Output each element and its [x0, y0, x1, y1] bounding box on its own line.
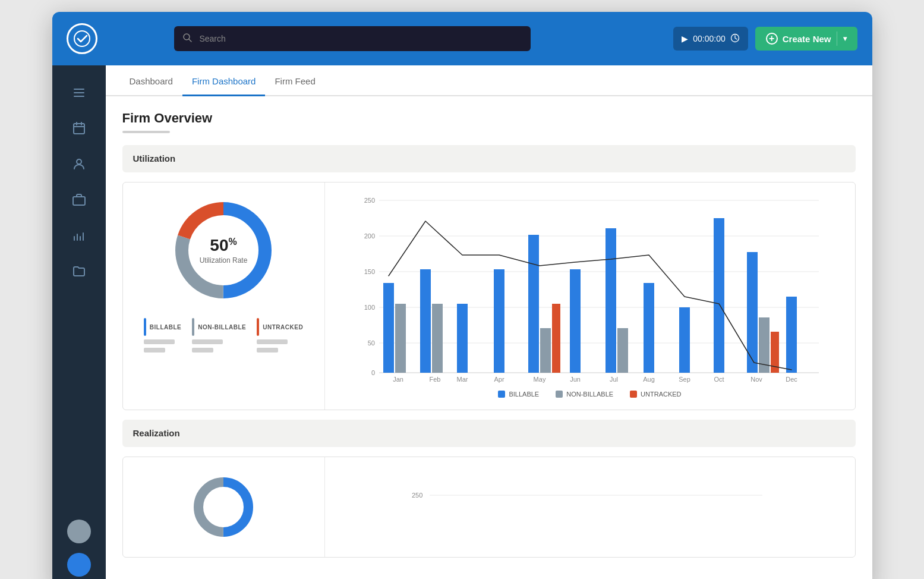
untracked-bar-1 — [257, 339, 288, 344]
create-new-button[interactable]: + Create New ▾ — [755, 27, 858, 51]
svg-rect-7 — [74, 124, 84, 134]
bar-jan-nb — [395, 304, 406, 373]
svg-text:250: 250 — [364, 197, 374, 204]
bar-may-untracked — [552, 304, 560, 373]
tab-dashboard[interactable]: Dashboard — [120, 65, 182, 96]
bar-chart-legend: BILLABLE NON-BILLABLE UNTRACKED — [339, 391, 841, 398]
app-body: Dashboard Firm Dashboard Firm Feed Firm … — [52, 65, 872, 579]
header: ▶ 00:00:00 + Create New ▾ — [52, 12, 872, 65]
sidebar-item-projects[interactable] — [62, 184, 96, 215]
create-new-label: Create New — [783, 34, 831, 44]
legend-billable: BILLABLE — [144, 318, 181, 353]
sidebar-item-dashboard[interactable] — [62, 77, 96, 108]
main-content: Dashboard Firm Dashboard Firm Feed Firm … — [106, 65, 872, 579]
plus-icon: + — [766, 33, 778, 45]
bar-sep-billable — [679, 307, 690, 373]
page-title: Firm Overview — [122, 111, 856, 126]
logo[interactable] — [67, 23, 97, 54]
timer-value: 00:00:00 — [693, 34, 726, 43]
timer-button[interactable]: ▶ 00:00:00 — [673, 27, 748, 51]
svg-text:Jul: Jul — [609, 376, 617, 383]
bar-feb-billable — [420, 269, 431, 373]
svg-text:May: May — [533, 376, 545, 383]
svg-text:Jan: Jan — [393, 376, 403, 383]
tab-firm-feed[interactable]: Firm Feed — [265, 65, 324, 96]
bar-jun-billable — [570, 269, 581, 373]
sidebar-item-files[interactable] — [62, 256, 96, 287]
svg-text:Oct: Oct — [714, 376, 724, 383]
tabs-bar: Dashboard Firm Dashboard Firm Feed — [106, 65, 872, 96]
legend-item-non-billable: NON-BILLABLE — [556, 391, 613, 398]
utilization-section-header: Utilization — [122, 145, 856, 172]
sidebar — [52, 65, 106, 579]
untracked-dot — [630, 391, 637, 398]
realization-title: Realization — [133, 428, 180, 438]
bar-apr-billable — [494, 269, 504, 373]
search-input[interactable] — [174, 26, 531, 51]
billable-color — [144, 318, 146, 336]
chart-right-panel: 250 200 150 100 50 0 — [325, 182, 855, 410]
realization-donut-area — [123, 457, 325, 557]
utilization-title: Utilization — [133, 153, 176, 163]
svg-rect-12 — [73, 197, 85, 205]
untracked-color — [257, 318, 259, 336]
bar-feb-nb — [432, 304, 443, 373]
play-icon: ▶ — [682, 34, 688, 43]
sidebar-item-contacts[interactable] — [62, 149, 96, 180]
svg-text:150: 150 — [364, 268, 374, 275]
svg-point-0 — [74, 31, 90, 46]
legend-untracked: UNTRACKED — [257, 318, 303, 353]
svg-text:0: 0 — [371, 369, 374, 376]
legend-item-billable: BILLABLE — [498, 391, 539, 398]
trend-line — [389, 221, 791, 370]
bar-oct-billable — [714, 218, 724, 373]
sidebar-item-reports[interactable] — [62, 220, 96, 251]
svg-text:Aug: Aug — [643, 376, 655, 383]
non-billable-dot — [556, 391, 563, 398]
title-underline — [122, 131, 170, 133]
page-content: Firm Overview Utilization — [106, 96, 872, 572]
search-bar[interactable] — [174, 26, 531, 51]
billable-legend-label: BILLABLE — [150, 324, 181, 331]
sidebar-item-calendar[interactable] — [62, 113, 96, 144]
bar-mar-billable — [457, 304, 468, 373]
legend-non-billable: NON-BILLABLE — [192, 318, 246, 353]
tab-firm-dashboard[interactable]: Firm Dashboard — [182, 65, 266, 96]
svg-text:50: 50 — [367, 339, 374, 347]
search-icon — [182, 33, 192, 45]
svg-line-2 — [189, 39, 191, 42]
donut-center: 50% Utilization Rate — [200, 236, 248, 265]
svg-text:Dec: Dec — [786, 376, 797, 383]
untracked-bottom-label: UNTRACKED — [641, 391, 681, 398]
bar-may-nb — [540, 328, 551, 373]
non-billable-color — [192, 318, 194, 336]
chart-left-panel: 50% Utilization Rate BILLABLE — [123, 182, 325, 410]
chart-legend: BILLABLE — [137, 318, 310, 353]
avatar-secondary[interactable] — [67, 520, 91, 543]
realization-chart-container: 250 — [122, 457, 856, 558]
svg-text:Nov: Nov — [750, 376, 762, 383]
legend-item-untracked: UNTRACKED — [630, 391, 681, 398]
bar-nov-billable — [747, 252, 758, 373]
donut-percentage: 50% — [200, 236, 248, 255]
bar-dec-billable — [786, 297, 797, 373]
avatar-primary[interactable] — [67, 553, 91, 577]
untracked-bar-2 — [257, 348, 278, 353]
svg-text:Sep: Sep — [679, 376, 690, 383]
browser-frame: ▶ 00:00:00 + Create New ▾ — [52, 12, 872, 579]
svg-text:Apr: Apr — [494, 376, 504, 383]
non-billable-legend-label: NON-BILLABLE — [198, 324, 246, 331]
clock-icon — [730, 33, 740, 45]
donut-chart: 50% Utilization Rate — [170, 197, 277, 304]
non-billable-bottom-label: NON-BILLABLE — [566, 391, 613, 398]
realization-chart-area: 250 — [325, 457, 855, 557]
svg-text:100: 100 — [364, 304, 374, 311]
svg-text:Feb: Feb — [429, 376, 440, 383]
bar-may-billable — [528, 235, 539, 373]
billable-bar-1 — [144, 339, 175, 344]
svg-text:Jun: Jun — [570, 376, 581, 383]
header-right: ▶ 00:00:00 + Create New ▾ — [673, 27, 857, 51]
billable-dot — [498, 391, 505, 398]
svg-text:200: 200 — [364, 232, 374, 240]
realization-section-header: Realization — [122, 420, 856, 447]
